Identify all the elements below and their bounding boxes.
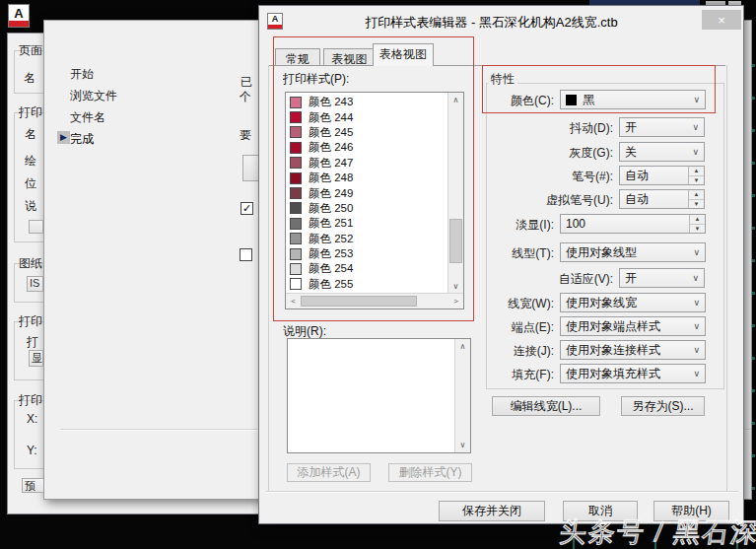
spinner-buttons[interactable]: ▲▼ (688, 167, 704, 184)
page-setup-clipped-button[interactable]: IS (27, 276, 43, 292)
property-dropdown[interactable]: 使用对象线型∨ (560, 242, 706, 262)
wizard-step-1[interactable]: 开始 (70, 66, 94, 83)
plot-style-item[interactable]: 颜色 252 (286, 232, 447, 246)
app-letter: A (268, 14, 282, 24)
color-swatch (290, 218, 302, 230)
property-dropdown[interactable]: 黑∨ (560, 90, 706, 109)
property-spinner[interactable]: 自动▲▼ (619, 166, 705, 185)
property-value: 使用对象线型 (566, 244, 637, 261)
spinner-buttons[interactable]: ▲▼ (688, 190, 704, 208)
property-label: 线型(T): (438, 245, 554, 262)
plot-style-item[interactable]: 颜色 245 (286, 125, 447, 140)
property-dropdown[interactable]: 使用对象连接样式∨ (560, 340, 706, 360)
scroll-down-icon[interactable]: ∨ (448, 279, 463, 294)
wizard-step-4[interactable]: 完成 (70, 131, 94, 148)
plot-style-list[interactable]: 颜色 243颜色 244颜色 245颜色 246颜色 247颜色 248颜色 2… (285, 92, 464, 309)
list-vertical-scrollbar[interactable]: ∧ ∨ (447, 93, 463, 294)
plot-style-editor-dialog: A 打印样式表编辑器 - 黑石深化机构A2线宽.ctb × 常规表视图表格视图 … (258, 5, 744, 524)
property-value: 使用对象填充样式 (566, 366, 660, 382)
page-setup-clipped-group: 打印 (19, 313, 43, 330)
property-dropdown[interactable]: 开∨ (619, 117, 705, 137)
color-swatch (290, 278, 302, 290)
property-value: 100 (566, 217, 585, 231)
plot-style-item[interactable]: 颜色 248 (286, 171, 447, 185)
list-horizontal-scrollbar[interactable]: < > (286, 293, 463, 309)
horizontal-scroll-thumb[interactable] (301, 296, 417, 307)
plot-style-item[interactable]: 颜色 247 (286, 156, 447, 171)
tab-1[interactable]: 常规 (275, 48, 320, 66)
wizard-step-3[interactable]: 文件名 (70, 109, 105, 126)
property-dropdown[interactable]: 使用对象端点样式∨ (560, 316, 706, 336)
chevron-down-icon: ∨ (693, 345, 705, 355)
tab-3[interactable]: 表格视图 (373, 43, 434, 66)
plot-style-item[interactable]: 颜色 254 (286, 261, 447, 276)
spin-down-icon[interactable]: ▼ (690, 225, 705, 234)
plot-style-name: 颜色 254 (309, 261, 353, 276)
property-value: 黑 (583, 92, 594, 108)
plot-style-name: 颜色 255 (309, 277, 353, 292)
property-spinner[interactable]: 100▲▼ (560, 214, 706, 234)
property-dropdown[interactable]: 使用对象线宽∨ (560, 293, 706, 312)
spinner-buttons[interactable]: ▲▼ (689, 215, 705, 233)
property-value: 使用对象端点样式 (566, 318, 660, 335)
page-setup-clipped-button[interactable] (29, 220, 43, 234)
property-label: 线宽(W): (438, 296, 554, 312)
plot-style-name: 颜色 250 (309, 201, 353, 216)
page-setup-clipped-button[interactable]: 显 (29, 350, 43, 367)
spin-up-icon[interactable]: ▲ (689, 190, 704, 200)
page-setup-clipped-button[interactable]: 预览 (22, 478, 43, 493)
plot-style-item[interactable]: 颜色 253 (286, 246, 447, 261)
wizard-checkbox-checked[interactable]: ✓ (241, 202, 253, 215)
page-setup-clipped-label: 名 (25, 126, 42, 143)
spin-down-icon[interactable]: ▼ (689, 176, 704, 185)
wizard-step-2[interactable]: 浏览文件 (70, 88, 117, 104)
property-dropdown[interactable]: 使用对象填充样式∨ (560, 364, 706, 383)
plot-style-item[interactable]: 颜色 246 (286, 140, 447, 155)
plot-style-item[interactable]: 颜色 251 (286, 216, 447, 231)
property-spinner[interactable]: 自动▲▼ (619, 189, 705, 209)
plot-style-item[interactable]: 颜色 243 (286, 95, 447, 109)
close-button[interactable]: × (702, 10, 741, 30)
page-setup-clipped-group: 打印 (19, 104, 43, 121)
plot-style-item[interactable]: 颜色 244 (286, 109, 447, 124)
plot-style-item[interactable]: 颜色 249 (286, 185, 447, 200)
property-dropdown[interactable]: 关∨ (619, 142, 705, 162)
plot-style-item[interactable]: 颜色 255 (286, 277, 447, 292)
color-swatch (290, 187, 302, 199)
page-setup-clipped-label: X: (27, 412, 43, 426)
plot-style-name: 颜色 249 (309, 186, 353, 201)
page-setup-clipped-label: 位 (25, 175, 42, 192)
autocad-app-icon[interactable]: A (8, 4, 30, 28)
spin-up-icon[interactable]: ▲ (689, 167, 704, 176)
spin-down-icon[interactable]: ▼ (689, 200, 704, 209)
property-dropdown[interactable]: 开∨ (619, 268, 705, 288)
footer-separator (266, 491, 738, 493)
save-as-button[interactable]: 另存为(S)... (621, 396, 705, 416)
scroll-left-icon[interactable]: < (286, 294, 301, 309)
property-label: 颜色(C): (438, 93, 554, 109)
plot-style-item[interactable]: 颜色 250 (286, 201, 447, 216)
current-step-arrow-icon: ▶ (57, 131, 70, 144)
scroll-down-icon[interactable]: ∨ (455, 438, 470, 452)
edit-lineweights-button[interactable]: 编辑线宽(L)... (492, 396, 600, 416)
property-label: 淡显(I): (438, 217, 554, 234)
page-setup-clipped-label: 绘 (25, 153, 42, 170)
color-swatch (290, 233, 302, 244)
spin-up-icon[interactable]: ▲ (690, 215, 705, 225)
editor-titlebar[interactable]: A 打印样式表编辑器 - 黑石深化机构A2线宽.ctb × (259, 6, 743, 35)
delete-style-button[interactable]: 删除样式(Y) (388, 463, 472, 482)
property-value: 开 (625, 119, 637, 136)
editor-dialog-icon: A (267, 13, 283, 30)
plot-style-name: 颜色 245 (309, 125, 353, 140)
color-swatch (290, 126, 302, 138)
property-label: 笔号(#): (497, 169, 613, 185)
tab-2[interactable]: 表视图 (323, 48, 376, 66)
properties-group-label: 特性 (488, 71, 517, 88)
plot-style-name: 颜色 243 (309, 95, 353, 109)
chevron-down-icon: ∨ (693, 321, 705, 331)
wizard-clipped-text-line3: 要 (240, 127, 258, 144)
wizard-checkbox-unchecked[interactable] (240, 248, 252, 261)
save-and-close-button[interactable]: 保存并关闭 (439, 501, 545, 521)
add-style-button[interactable]: 添加样式(A) (287, 463, 371, 482)
page-setup-clipped-label: Y: (27, 444, 43, 457)
